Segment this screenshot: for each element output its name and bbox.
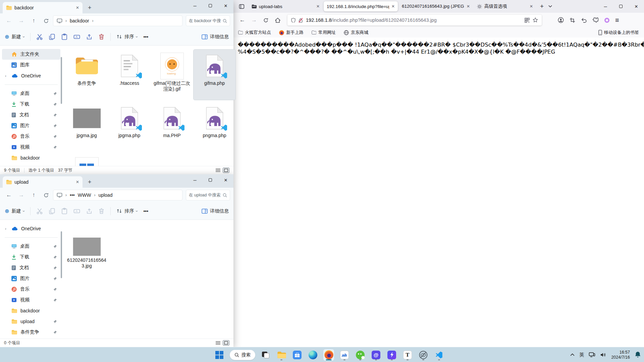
wechat-taskbar-icon[interactable] — [355, 349, 366, 361]
vscode-taskbar-icon[interactable] — [434, 349, 444, 361]
undo-arrow-icon[interactable] — [581, 17, 587, 23]
eye-slash-app-icon[interactable] — [418, 349, 429, 361]
search-input[interactable]: 在 backdoor 中搜索 — [186, 15, 230, 26]
sidebar-item-music[interactable]: 音乐 — [2, 131, 60, 142]
input-method-indicator[interactable]: 英 — [579, 352, 584, 358]
sidebar-item-gallery[interactable]: 图库 — [2, 60, 60, 70]
search-input[interactable]: 在 upload 中搜索 — [186, 190, 230, 200]
mobile-bookmarks[interactable]: 移动设备上的书签 — [598, 29, 639, 36]
back-button[interactable]: ← — [3, 192, 14, 198]
notification-bell-icon[interactable] — [635, 351, 641, 358]
start-button[interactable] — [214, 349, 225, 361]
edge-taskbar-icon[interactable] — [308, 349, 318, 361]
tab-close-icon[interactable]: ✕ — [316, 4, 320, 9]
tab-close-icon[interactable]: ✕ — [76, 5, 79, 10]
tab-upload-labs[interactable]: upload-labs ✕ — [249, 1, 323, 11]
sidebar-item-backdoor[interactable]: backdoor — [2, 153, 60, 163]
file-tile-gifma-php-selected[interactable]: gifma.php — [194, 50, 235, 100]
taskbar-search[interactable]: 搜索 — [230, 350, 255, 360]
task-view-button[interactable] — [260, 349, 271, 361]
sidebar-item-onedrive[interactable]: › OneDrive — [2, 70, 60, 81]
purple-at-app-icon[interactable]: @ — [371, 349, 381, 361]
firefox-taskbar-icon[interactable] — [323, 349, 334, 361]
expand-chevron-icon[interactable]: › — [5, 227, 6, 231]
new-tab-button[interactable]: + — [540, 3, 544, 10]
breadcrumb-parent[interactable]: WWW — [78, 192, 91, 198]
share-icon[interactable] — [86, 208, 93, 215]
tab-close-icon[interactable]: ✕ — [391, 4, 395, 9]
sidebar-item-downloads[interactable]: 下载 — [2, 99, 60, 110]
url-bar[interactable]: 192.168.1.8/include.php?file=upload/6120… — [287, 15, 542, 25]
list-view-icon[interactable] — [216, 341, 220, 345]
breadcrumb-folder[interactable]: backdoor — [70, 18, 89, 23]
new-button[interactable]: ⊕新建› — [5, 34, 24, 40]
file-tile-jpgma-php[interactable]: jpgma.php — [108, 102, 150, 152]
maximize-button[interactable] — [203, 0, 218, 11]
list-tabs-chevron-icon[interactable] — [548, 5, 552, 7]
icon-view-toggle[interactable] — [223, 340, 229, 346]
rename-icon[interactable]: A — [73, 208, 80, 215]
bookmark-jd-mall[interactable]: 京东商城 — [344, 29, 368, 36]
tab-advanced-preferences[interactable]: 高级首选项 ✕ — [474, 1, 536, 11]
back-button[interactable]: ← — [236, 17, 248, 23]
file-explorer-taskbar-icon[interactable] — [276, 349, 287, 361]
sidebar-item-documents[interactable]: 文档 — [2, 110, 60, 120]
close-button[interactable]: ✕ — [629, 0, 644, 13]
sort-button[interactable]: 排序› — [116, 34, 138, 40]
more-options-button[interactable]: ••• — [143, 208, 148, 214]
minimize-button[interactable]: ─ — [187, 0, 203, 11]
breadcrumb[interactable]: › backdoor › — [53, 15, 182, 26]
sidebar-item-music[interactable]: 音乐 — [2, 284, 60, 295]
refresh-button[interactable] — [41, 18, 52, 23]
microsoft-store-icon[interactable] — [292, 349, 303, 361]
sidebar-scrollbar[interactable] — [61, 231, 62, 278]
menu-hamburger-icon[interactable]: ≡ — [615, 16, 619, 24]
sidebar-item-pictures[interactable]: 图片 — [2, 273, 60, 284]
bookmark-star-icon[interactable] — [533, 17, 538, 22]
lightning-app-icon[interactable] — [386, 349, 397, 361]
minimize-button[interactable]: ─ — [598, 0, 613, 13]
cut-icon[interactable] — [36, 208, 43, 215]
typora-taskbar-icon[interactable]: T — [402, 349, 413, 361]
sidebar-item-videos[interactable]: 视频 — [2, 142, 60, 153]
file-tile-uploaded-jpg[interactable]: 6120240716165643.jpg — [66, 234, 108, 284]
file-tile-pngma-php[interactable]: pngma.php — [194, 102, 235, 152]
sidebar-item-tiaojianjingzheng[interactable]: 条件竞争 — [2, 327, 60, 338]
insecure-lock-icon[interactable] — [299, 18, 303, 23]
forward-button[interactable]: → — [16, 17, 27, 24]
delete-icon[interactable] — [98, 208, 105, 214]
shield-icon[interactable] — [291, 18, 296, 23]
account-icon[interactable] — [558, 17, 564, 23]
more-options-button[interactable]: ••• — [143, 34, 148, 40]
sort-button[interactable]: 排序› — [116, 208, 138, 214]
reload-button[interactable] — [260, 18, 272, 23]
sidebar-scrollbar[interactable] — [61, 57, 62, 104]
file-tile-ma-php[interactable]: ma.PHP — [151, 102, 193, 152]
bookmark-folder-firefox-official[interactable]: 火狐官方站点 — [238, 29, 271, 36]
sidebar-item-upload[interactable]: upload — [2, 316, 60, 327]
breadcrumb-folder[interactable]: upload — [98, 192, 112, 198]
sidebar-item-videos[interactable]: 视频 — [2, 295, 60, 305]
extensions-puzzle-icon[interactable] — [593, 17, 599, 23]
copy-icon[interactable] — [49, 34, 55, 40]
back-button[interactable]: ← — [3, 17, 14, 24]
tab-close-icon[interactable]: ✕ — [530, 4, 533, 9]
home-button[interactable] — [272, 18, 283, 23]
file-tile-gif[interactable]: loading· gifma(可绕过二次渲染).gif — [151, 50, 193, 100]
copy-icon[interactable] — [49, 208, 55, 215]
extension-ring-icon[interactable] — [604, 18, 609, 23]
tray-expand-chevron-icon[interactable] — [570, 353, 575, 356]
file-tile-jpg[interactable]: jpgma.jpg — [66, 102, 108, 152]
cut-icon[interactable] — [36, 34, 43, 40]
clock[interactable]: 16:57 2024/7/16 — [611, 350, 630, 360]
share-icon[interactable] — [86, 34, 93, 40]
qr-code-icon[interactable] — [525, 18, 530, 23]
file-tile-folder[interactable]: 条件竞争 — [66, 50, 108, 100]
sidebar-item-backdoor[interactable]: backdoor — [2, 305, 60, 316]
file-tile-htaccess[interactable]: .htaccess — [108, 50, 150, 100]
list-view-icon[interactable] — [216, 168, 220, 172]
sidebar-item-pictures[interactable]: 图片 — [2, 120, 60, 131]
sidebar-item-home[interactable]: 主文件夹 — [2, 49, 60, 60]
url-text[interactable]: 192.168.1.8/include.php?file=upload/6120… — [306, 17, 522, 23]
sidebar-item-onedrive[interactable]: › OneDrive — [2, 223, 60, 234]
